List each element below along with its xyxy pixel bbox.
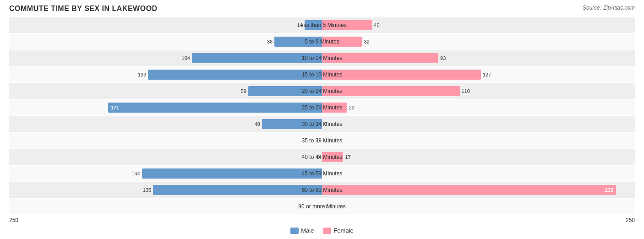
female-value: 0	[324, 171, 327, 176]
right-section: 127	[322, 67, 635, 82]
female-value: 0	[324, 204, 327, 209]
female-value: 127	[483, 72, 491, 77]
legend: Male Female	[9, 227, 635, 234]
female-bar: 93	[322, 53, 438, 63]
male-value: 0	[317, 204, 320, 209]
legend-male: Male	[290, 227, 314, 234]
female-bar: 20	[322, 103, 347, 113]
axis-row: 250 250	[9, 217, 635, 223]
right-section: 0	[322, 199, 635, 214]
female-value: 20	[349, 105, 355, 110]
male-bar: 144	[142, 168, 322, 179]
bar-row: 13560 to 89 Minutes235	[9, 182, 635, 198]
bar-row: 14Less than 5 Minutes40	[9, 17, 635, 33]
right-section: 0	[322, 116, 635, 132]
male-value: 0	[317, 138, 320, 143]
male-bar: 38	[274, 37, 322, 47]
legend-female: Female	[323, 227, 353, 234]
right-section: 32	[322, 34, 635, 49]
female-bar: 127	[322, 70, 481, 80]
female-bar: 235	[322, 185, 616, 195]
left-section: 135	[9, 182, 322, 198]
male-value: 104	[182, 55, 190, 61]
female-value: 32	[364, 39, 369, 44]
male-value: 38	[267, 39, 273, 44]
female-bar: 32	[322, 37, 362, 47]
female-bar: 40	[322, 20, 372, 30]
female-value: 40	[374, 22, 379, 28]
bar-row: 14445 to 59 Minutes0	[9, 166, 635, 181]
left-section: 48	[9, 116, 322, 132]
female-value: 17	[345, 154, 350, 160]
left-section: 144	[9, 166, 322, 181]
female-value: 93	[440, 55, 446, 61]
male-value: 48	[255, 121, 260, 127]
male-value: 171	[111, 105, 119, 110]
left-section: 0	[9, 199, 322, 214]
female-label: Female	[333, 227, 353, 234]
right-section: 235	[322, 182, 635, 198]
male-value: 59	[241, 88, 246, 94]
left-section: 171	[9, 100, 322, 115]
female-value: 110	[462, 88, 470, 94]
bar-row: 035 to 39 Minutes0	[9, 133, 635, 148]
left-section: 14	[9, 17, 322, 33]
male-value: 135	[143, 187, 151, 193]
female-value: 0	[324, 138, 327, 143]
bar-row: 090 or more Minutes0	[9, 199, 635, 214]
right-section: 40	[322, 17, 635, 33]
female-value: 0	[324, 121, 327, 127]
male-bar: 139	[148, 70, 322, 80]
female-bar: 17	[322, 152, 343, 162]
bar-row: 4830 to 34 Minutes0	[9, 116, 635, 132]
bar-row: 13915 to 19 Minutes127	[9, 67, 635, 82]
female-bar: 110	[322, 86, 460, 96]
male-value: 14	[297, 22, 303, 28]
male-bar: 14	[305, 20, 322, 30]
male-bar: 48	[262, 119, 322, 129]
female-value: 235	[605, 187, 613, 193]
chart-source: Source: ZipAtlas.com	[583, 5, 635, 11]
chart-rows-wrapper: 14Less than 5 Minutes40385 to 9 Minutes3…	[9, 17, 635, 214]
axis-left: 250	[9, 217, 18, 223]
female-swatch	[323, 228, 331, 234]
chart-title: COMMUTE TIME BY SEX IN LAKEWOOD	[9, 5, 158, 13]
chart-container: COMMUTE TIME BY SEX IN LAKEWOOD Source: …	[9, 5, 635, 234]
male-bar: 104	[192, 53, 322, 63]
left-section: 59	[9, 83, 322, 99]
chart-header: COMMUTE TIME BY SEX IN LAKEWOOD Source: …	[9, 5, 635, 13]
bar-row: 10410 to 14 Minutes93	[9, 50, 635, 66]
male-bar: 171	[108, 103, 322, 113]
male-bar: 135	[153, 185, 322, 195]
right-section: 93	[322, 50, 635, 66]
right-section: 20	[322, 100, 635, 115]
right-section: 0	[322, 166, 635, 181]
bar-row: 040 to 44 Minutes17	[9, 149, 635, 165]
left-section: 0	[9, 149, 322, 165]
male-label: Male	[301, 227, 314, 234]
right-section: 17	[322, 149, 635, 165]
bar-row: 17125 to 29 Minutes20	[9, 100, 635, 115]
left-section: 139	[9, 67, 322, 82]
right-section: 0	[322, 133, 635, 148]
right-section: 110	[322, 83, 635, 99]
left-section: 38	[9, 34, 322, 49]
bar-row: 385 to 9 Minutes32	[9, 34, 635, 49]
left-section: 104	[9, 50, 322, 66]
male-value: 139	[138, 72, 146, 77]
axis-right: 250	[626, 217, 635, 223]
male-value: 144	[131, 171, 140, 176]
male-value: 0	[317, 154, 320, 160]
left-section: 0	[9, 133, 322, 148]
male-swatch	[290, 228, 299, 234]
bar-row: 5920 to 24 Minutes110	[9, 83, 635, 99]
male-bar: 59	[248, 86, 322, 96]
